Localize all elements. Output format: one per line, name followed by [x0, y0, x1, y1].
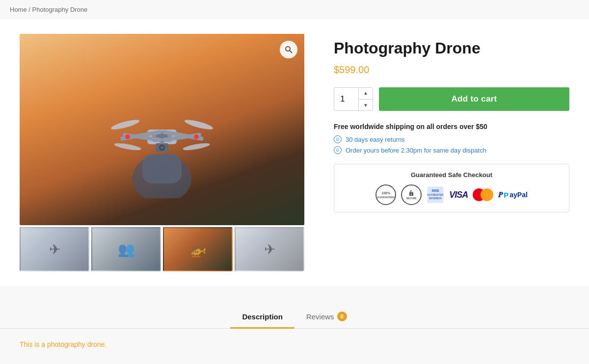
- svg-point-12: [184, 118, 214, 131]
- breadcrumb-current: Photography Drone: [32, 6, 88, 13]
- quantity-input[interactable]: [334, 87, 359, 111]
- guaranteed-badge: 100% GUARANTEED: [375, 184, 396, 205]
- paypal-text: ayPal: [509, 191, 528, 199]
- quantity-down-button[interactable]: ▼: [359, 100, 373, 111]
- svg-point-16: [194, 134, 199, 139]
- tab-reviews[interactable]: Reviews 0: [294, 306, 359, 329]
- product-info: Photography Drone $599.00 ▲ ▼ Add to car…: [334, 34, 569, 212]
- paypal-p2-icon: P: [504, 191, 509, 199]
- secure-label: SECURE: [406, 197, 417, 200]
- tabs-section: Description Reviews 0 This is a photogra…: [0, 286, 589, 364]
- svg-point-19: [161, 146, 163, 149]
- secure-badge: SECURE: [401, 184, 422, 205]
- tab-description[interactable]: Description: [230, 306, 294, 329]
- tab-description-label: Description: [242, 312, 283, 321]
- lock-icon: [408, 190, 415, 197]
- visa-logo: VISA: [449, 190, 468, 200]
- thumbnail-1[interactable]: ✈: [20, 227, 89, 271]
- product-title: Photography Drone: [334, 39, 569, 57]
- quantity-wrapper: ▲ ▼: [334, 87, 373, 111]
- quantity-up-button[interactable]: ▲: [359, 87, 373, 100]
- paypal-p-icon: 𝑷: [498, 190, 503, 199]
- paypal-logo: 𝑷 P ayPal: [498, 190, 528, 199]
- secure-checkout: Guaranteed Safe Checkout 100% GUARANTEED…: [334, 164, 569, 212]
- thumb-people-icon: 👥: [118, 241, 135, 258]
- product-section: ✈ 👥 🚁 ✈ Photography Drone $599.00 ▲ ▼: [0, 19, 589, 286]
- tabs-bar: Description Reviews 0: [0, 306, 589, 329]
- product-images: ✈ 👥 🚁 ✈: [20, 34, 304, 271]
- thumb-sunset-icon: 🚁: [189, 241, 207, 258]
- description-text: This is a photography drone.: [20, 340, 569, 348]
- thumbnail-2[interactable]: 👥: [91, 227, 161, 271]
- shipping-returns: ⊙ 30 days easy returns: [334, 135, 569, 143]
- shipping-main-text: Free worldwide shipping on all orders ov…: [334, 123, 569, 130]
- shipping-returns-text: 30 days easy returns: [346, 136, 405, 143]
- tab-reviews-label: Reviews: [306, 312, 334, 321]
- drone-svg: [79, 61, 245, 198]
- breadcrumb-separator: /: [28, 6, 30, 13]
- svg-rect-3: [142, 154, 182, 183]
- svg-text:ACCREDITED: ACCREDITED: [428, 193, 444, 196]
- breadcrumb-home[interactable]: Home: [10, 6, 27, 13]
- svg-point-0: [286, 47, 290, 51]
- shipping-dispatch-text: Order yours before 2.30pm for same day d…: [346, 147, 486, 154]
- payment-icons: 100% GUARANTEED SECURE BBB ACCREDITED: [342, 184, 561, 205]
- quantity-arrows: ▲ ▼: [359, 87, 373, 111]
- add-to-cart-button[interactable]: Add to cart: [379, 87, 569, 111]
- tab-content: This is a photography drone.: [0, 329, 589, 360]
- zoom-button[interactable]: [280, 41, 297, 58]
- svg-point-14: [183, 142, 211, 152]
- thumbnail-3[interactable]: 🚁: [163, 227, 233, 271]
- breadcrumb: Home / Photography Drone: [0, 0, 589, 19]
- bbb-icon: BBB ACCREDITED BUSINESS: [427, 186, 444, 204]
- tab-reviews-badge: 0: [337, 312, 347, 321]
- bbb-badge: BBB ACCREDITED BUSINESS: [427, 186, 444, 204]
- svg-point-11: [110, 118, 140, 131]
- guaranteed-line2: GUARANTEED: [377, 196, 395, 199]
- secure-checkout-title: Guaranteed Safe Checkout: [342, 171, 561, 179]
- mastercard-logo: [473, 188, 493, 201]
- clock-icon-returns: ⊙: [334, 135, 342, 143]
- svg-text:BUSINESS: BUSINESS: [429, 197, 442, 200]
- svg-point-15: [125, 134, 130, 139]
- thumb-drone-icon: ✈: [49, 241, 60, 258]
- product-price: $599.00: [334, 64, 569, 76]
- guaranteed-line1: 100%: [381, 191, 390, 195]
- mc-circle-right: [481, 188, 493, 201]
- shipping-info: Free worldwide shipping on all orders ov…: [334, 123, 569, 154]
- svg-point-13: [114, 142, 142, 152]
- svg-text:BBB: BBB: [432, 189, 439, 192]
- thumb-white-icon: ✈: [264, 241, 275, 258]
- main-image: [20, 34, 304, 225]
- shipping-dispatch: ⊙ Order yours before 2.30pm for same day…: [334, 146, 569, 154]
- thumbnails: ✈ 👥 🚁 ✈: [20, 227, 304, 271]
- thumbnail-4[interactable]: ✈: [235, 227, 304, 271]
- svg-line-1: [290, 51, 292, 53]
- add-to-cart-row: ▲ ▼ Add to cart: [334, 87, 569, 111]
- clock-icon-dispatch: ⊙: [334, 146, 342, 154]
